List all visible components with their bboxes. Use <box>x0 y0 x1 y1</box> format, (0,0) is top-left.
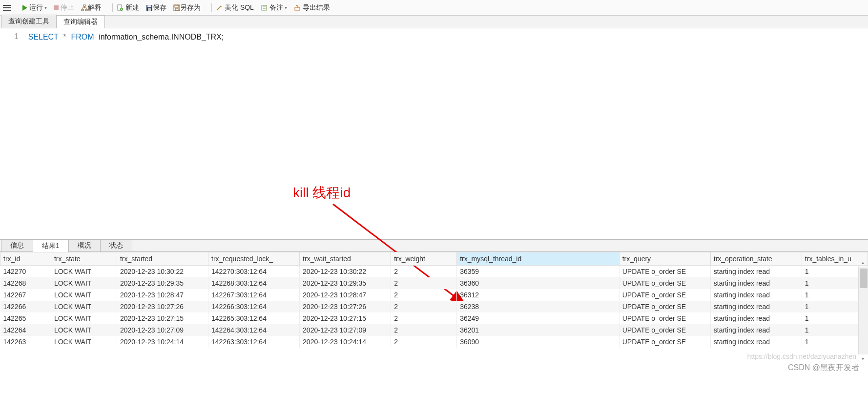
tab-result1[interactable]: 结果1 <box>33 240 69 252</box>
cell-trx_query[interactable]: UPDATE o_order SE <box>619 312 710 324</box>
cell-trx_weight[interactable]: 2 <box>391 289 457 301</box>
cell-trx_id[interactable]: 142266 <box>0 301 51 312</box>
cell-trx_operation_state[interactable]: starting index read <box>710 312 802 324</box>
cell-trx_weight[interactable]: 2 <box>391 301 457 312</box>
cell-trx_requested_lock[interactable]: 142268:303:12:64 <box>208 277 300 289</box>
col-trx-mysql-thread-id[interactable]: trx_mysql_thread_id <box>457 252 620 266</box>
cell-trx_started[interactable]: 2020-12-23 10:30:22 <box>117 266 208 278</box>
cell-trx_operation_state[interactable]: starting index read <box>710 336 802 348</box>
cell-trx_wait_started[interactable]: 2020-12-23 10:29:35 <box>300 277 391 289</box>
col-trx-requested-lock[interactable]: trx_requested_lock_ <box>208 252 300 266</box>
cell-trx_query[interactable]: UPDATE o_order SE <box>619 336 710 348</box>
cell-trx_mysql_thread_id[interactable]: 36359 <box>457 266 620 278</box>
col-trx-id[interactable]: trx_id <box>0 252 51 266</box>
cell-trx_started[interactable]: 2020-12-23 10:28:47 <box>117 289 208 301</box>
cell-trx_wait_started[interactable]: 2020-12-23 10:27:15 <box>300 312 391 324</box>
tab-query-editor[interactable]: 查询编辑器 <box>56 15 105 28</box>
cell-trx_operation_state[interactable]: starting index read <box>710 324 802 336</box>
vertical-scrollbar[interactable]: ▴ ▾ <box>858 267 868 354</box>
col-trx-state[interactable]: trx_state <box>51 252 117 266</box>
cell-trx_state[interactable]: LOCK WAIT <box>51 301 117 312</box>
cell-trx_mysql_thread_id[interactable]: 36312 <box>457 289 620 301</box>
cell-trx_requested_lock[interactable]: 142267:303:12:64 <box>208 289 300 301</box>
cell-trx_operation_state[interactable]: starting index read <box>710 289 802 301</box>
col-trx-weight[interactable]: trx_weight <box>391 252 457 266</box>
run-button[interactable]: 运行▾ <box>22 3 47 12</box>
stop-button[interactable]: 停止 <box>54 3 74 12</box>
cell-trx_id[interactable]: 142265 <box>0 312 51 324</box>
cell-trx_id[interactable]: 142270 <box>0 266 51 278</box>
cell-trx_requested_lock[interactable]: 142266:303:12:64 <box>208 301 300 312</box>
cell-trx_wait_started[interactable]: 2020-12-23 10:28:47 <box>300 289 391 301</box>
cell-trx_operation_state[interactable]: starting index read <box>710 266 802 278</box>
col-trx-wait-started[interactable]: trx_wait_started <box>300 252 391 266</box>
cell-trx_query[interactable]: UPDATE o_order SE <box>619 289 710 301</box>
cell-trx_requested_lock[interactable]: 142264:303:12:64 <box>208 324 300 336</box>
cell-trx_started[interactable]: 2020-12-23 10:29:35 <box>117 277 208 289</box>
table-row[interactable]: 142263LOCK WAIT2020-12-23 10:24:14142263… <box>0 336 868 348</box>
cell-trx_mysql_thread_id[interactable]: 36249 <box>457 312 620 324</box>
col-trx-operation-state[interactable]: trx_operation_state <box>710 252 802 266</box>
cell-trx_state[interactable]: LOCK WAIT <box>51 324 117 336</box>
result-grid[interactable]: trx_id trx_state trx_started trx_request… <box>0 252 868 348</box>
cell-trx_weight[interactable]: 2 <box>391 312 457 324</box>
col-trx-query[interactable]: trx_query <box>619 252 710 266</box>
cell-trx_wait_started[interactable]: 2020-12-23 10:27:09 <box>300 324 391 336</box>
tab-status[interactable]: 状态 <box>100 239 132 251</box>
cell-trx_requested_lock[interactable]: 142263:303:12:64 <box>208 336 300 348</box>
cell-trx_weight[interactable]: 2 <box>391 336 457 348</box>
sql-editor[interactable]: 1 SELECT * FROM information_schema.INNOD… <box>0 28 868 239</box>
cell-trx_weight[interactable]: 2 <box>391 277 457 289</box>
cell-trx_query[interactable]: UPDATE o_order SE <box>619 277 710 289</box>
menu-icon[interactable] <box>3 3 13 13</box>
cell-trx_id[interactable]: 142264 <box>0 324 51 336</box>
cell-trx_state[interactable]: LOCK WAIT <box>51 289 117 301</box>
cell-trx_operation_state[interactable]: starting index read <box>710 301 802 312</box>
save-button[interactable]: 保存 <box>146 3 166 12</box>
cell-trx_query[interactable]: UPDATE o_order SE <box>619 266 710 278</box>
cell-trx_mysql_thread_id[interactable]: 36090 <box>457 336 620 348</box>
cell-trx_weight[interactable]: 2 <box>391 266 457 278</box>
table-row[interactable]: 142266LOCK WAIT2020-12-23 10:27:26142266… <box>0 301 868 312</box>
cell-trx_id[interactable]: 142267 <box>0 289 51 301</box>
cell-trx_id[interactable]: 142263 <box>0 336 51 348</box>
scroll-down-icon[interactable]: ▾ <box>862 356 864 361</box>
table-row[interactable]: 142265LOCK WAIT2020-12-23 10:27:15142265… <box>0 312 868 324</box>
table-row[interactable]: 142267LOCK WAIT2020-12-23 10:28:47142267… <box>0 289 868 301</box>
export-button[interactable]: 导出结果 <box>294 3 330 12</box>
tab-profile[interactable]: 概况 <box>68 239 101 251</box>
cell-trx_mysql_thread_id[interactable]: 36201 <box>457 324 620 336</box>
cell-trx_wait_started[interactable]: 2020-12-23 10:24:14 <box>300 336 391 348</box>
cell-trx_wait_started[interactable]: 2020-12-23 10:27:26 <box>300 301 391 312</box>
cell-trx_wait_started[interactable]: 2020-12-23 10:30:22 <box>300 266 391 278</box>
remark-button[interactable]: 备注▾ <box>261 3 287 12</box>
cell-trx_started[interactable]: 2020-12-23 10:27:15 <box>117 312 208 324</box>
col-trx-started[interactable]: trx_started <box>117 252 208 266</box>
table-row[interactable]: 142268LOCK WAIT2020-12-23 10:29:35142268… <box>0 277 868 289</box>
cell-trx_weight[interactable]: 2 <box>391 324 457 336</box>
cell-trx_requested_lock[interactable]: 142270:303:12:64 <box>208 266 300 278</box>
cell-trx_mysql_thread_id[interactable]: 36238 <box>457 301 620 312</box>
cell-trx_state[interactable]: LOCK WAIT <box>51 266 117 278</box>
cell-trx_started[interactable]: 2020-12-23 10:24:14 <box>117 336 208 348</box>
cell-trx_query[interactable]: UPDATE o_order SE <box>619 324 710 336</box>
beautify-button[interactable]: 美化 SQL <box>216 3 254 12</box>
cell-trx_requested_lock[interactable]: 142265:303:12:64 <box>208 312 300 324</box>
tab-info[interactable]: 信息 <box>1 239 33 251</box>
cell-trx_started[interactable]: 2020-12-23 10:27:26 <box>117 301 208 312</box>
cell-trx_state[interactable]: LOCK WAIT <box>51 336 117 348</box>
cell-trx_started[interactable]: 2020-12-23 10:27:09 <box>117 324 208 336</box>
explain-button[interactable]: 解释 <box>81 3 102 12</box>
col-trx-tables-in-u[interactable]: trx_tables_in_u <box>802 252 868 266</box>
cell-trx_state[interactable]: LOCK WAIT <box>51 277 117 289</box>
new-button[interactable]: 新建 <box>117 3 139 12</box>
cell-trx_state[interactable]: LOCK WAIT <box>51 312 117 324</box>
cell-trx_operation_state[interactable]: starting index read <box>710 277 802 289</box>
scroll-up-icon[interactable]: ▴ <box>862 260 864 265</box>
scrollbar-thumb[interactable] <box>860 269 868 288</box>
saveas-button[interactable]: 另存为 <box>173 3 201 12</box>
cell-trx_query[interactable]: UPDATE o_order SE <box>619 301 710 312</box>
cell-trx_mysql_thread_id[interactable]: 36360 <box>457 277 620 289</box>
table-row[interactable]: 142264LOCK WAIT2020-12-23 10:27:09142264… <box>0 324 868 336</box>
tab-query-creator[interactable]: 查询创建工具 <box>1 15 57 28</box>
